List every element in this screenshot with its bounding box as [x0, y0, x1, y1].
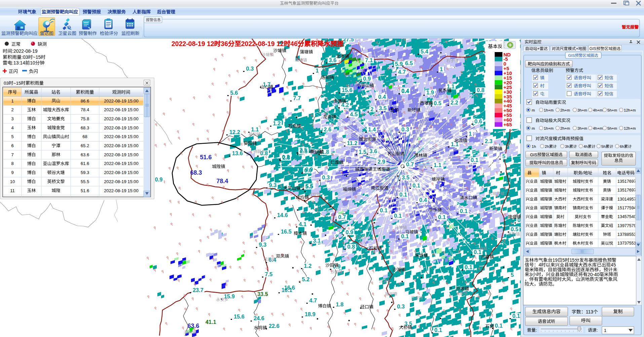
svg-text:6.5: 6.5: [405, 60, 413, 66]
svg-text:0.5: 0.5: [511, 226, 519, 232]
svg-text:2022-08-19 15:00: 2022-08-19 15:00: [104, 98, 139, 103]
svg-text:4: 4: [11, 125, 13, 130]
svg-text:2022-08-19 12: 2022-08-19 12: [241, 40, 284, 47]
svg-text:2.8: 2.8: [282, 155, 290, 161]
svg-text:45: 45: [611, 262, 616, 267]
svg-text:1.1: 1.1: [451, 141, 459, 147]
svg-text:2022-08-19 15:00: 2022-08-19 15:00: [104, 188, 139, 193]
svg-text:1: 1: [315, 68, 318, 74]
svg-text:2.9: 2.9: [378, 159, 385, 165]
svg-text:2h+m: 2h+m: [560, 126, 570, 130]
svg-text:2h: 2h: [545, 144, 549, 149]
svg-text:22.6: 22.6: [269, 323, 279, 329]
svg-text::13:14: :13:14: [12, 60, 25, 66]
svg-text:15.6: 15.6: [342, 87, 352, 93]
svg-text:2022-08-19 15:00: 2022-08-19 15:00: [104, 161, 139, 166]
svg-text:5: 5: [510, 272, 514, 278]
svg-text:36: 36: [221, 40, 228, 47]
svg-text:GIS: GIS: [530, 153, 537, 157]
svg-text:55.5: 55.5: [81, 179, 89, 184]
svg-text:3h+m: 3h+m: [577, 126, 587, 130]
svg-text:7.7: 7.7: [293, 95, 301, 101]
svg-text:2022-08-19 15:00: 2022-08-19 15:00: [104, 170, 139, 175]
svg-text:3.5: 3.5: [402, 174, 410, 180]
svg-text:5: 5: [502, 153, 505, 159]
svg-text:0.3: 0.3: [322, 174, 330, 180]
svg-text:3.6: 3.6: [329, 57, 337, 63]
svg-text:4.5: 4.5: [350, 111, 358, 117]
svg-text:0.4: 0.4: [419, 197, 427, 203]
svg-text:4.7: 4.7: [309, 297, 317, 303]
svg-text:5.5: 5.5: [306, 183, 313, 189]
svg-text:11: 11: [10, 188, 15, 193]
svg-text:m: m: [532, 108, 535, 112]
svg-text:GIS: GIS: [590, 46, 597, 51]
svg-text:0.1: 0.1: [465, 264, 472, 270]
svg-text:12.2: 12.2: [229, 129, 240, 135]
svg-text:7.5: 7.5: [265, 271, 273, 277]
svg-text:1h: 1h: [532, 144, 536, 149]
svg-text:75.8: 75.8: [81, 116, 89, 121]
svg-text:12h+m: 12h+m: [624, 108, 636, 112]
svg-text:16.5: 16.5: [281, 228, 292, 235]
svg-text:+65: +65: [503, 122, 512, 127]
svg-text:3.6: 3.6: [370, 148, 377, 154]
svg-text:2022-08-19 15:00: 2022-08-19 15:00: [104, 116, 139, 121]
svg-text:0.1: 0.1: [434, 327, 442, 333]
svg-text:78.4: 78.4: [216, 178, 228, 184]
svg-text:3: 3: [11, 116, 13, 121]
svg-text:10: 10: [10, 179, 15, 184]
svg-text:12h+m: 12h+m: [624, 126, 636, 130]
svg-text:0.1: 0.1: [401, 233, 409, 239]
svg-text:68.3: 68.3: [190, 169, 202, 176]
svg-text:5: 5: [562, 258, 565, 263]
svg-text:5: 5: [11, 134, 13, 139]
svg-text:1.2: 1.2: [273, 120, 281, 126]
svg-text:20-40: 20-40: [588, 272, 600, 277]
svg-text:51.6: 51.6: [200, 154, 212, 161]
svg-text:0.1: 0.1: [460, 208, 468, 214]
svg-text:/: /: [582, 170, 584, 175]
svg-text:0.9: 0.9: [346, 229, 353, 235]
svg-text:0.1: 0.1: [495, 323, 503, 329]
svg-text:4h+m: 4h+m: [593, 126, 603, 130]
svg-text:4.1: 4.1: [299, 221, 307, 227]
svg-text:0.8: 0.8: [347, 244, 355, 250]
svg-text:0.4: 0.4: [378, 94, 386, 100]
svg-text:0.7: 0.7: [338, 214, 346, 220]
svg-text:0.8: 0.8: [260, 150, 268, 156]
svg-text:0.4: 0.4: [402, 88, 410, 94]
svg-text:0.3: 0.3: [402, 126, 409, 132]
svg-text:9.3: 9.3: [269, 182, 277, 188]
svg-text:0.8: 0.8: [477, 87, 485, 93]
svg-text:0.1: 0.1: [471, 157, 479, 163]
svg-text:14.6: 14.6: [277, 212, 288, 218]
svg-text:3h+m: 3h+m: [577, 108, 587, 112]
svg-text:5h+m: 5h+m: [607, 108, 617, 112]
svg-text:0.1: 0.1: [513, 313, 520, 319]
svg-text:0.9: 0.9: [304, 167, 312, 173]
svg-text:4.2: 4.2: [341, 102, 349, 108]
svg-text:24.6: 24.6: [254, 315, 264, 321]
svg-text:5.4: 5.4: [421, 48, 429, 54]
svg-text:23.7: 23.7: [193, 287, 203, 293]
svg-text:0.1: 0.1: [413, 182, 420, 188]
svg-text:1: 1: [468, 131, 471, 137]
svg-text:63.6: 63.6: [187, 323, 199, 329]
svg-text:3: 3: [529, 272, 532, 277]
svg-text:2022-08-19 15:00: 2022-08-19 15:00: [104, 107, 139, 112]
svg-text:59.3: 59.3: [81, 170, 89, 175]
svg-text:1: 1: [440, 66, 443, 72]
svg-text:113: 113: [586, 309, 594, 314]
svg-text:11.2: 11.2: [347, 140, 357, 146]
svg-text:1.2: 1.2: [304, 263, 312, 269]
svg-text:15: 15: [569, 258, 575, 263]
svg-text:2022-08-19 12: 2022-08-19 12: [172, 40, 214, 47]
svg-text:0.1: 0.1: [474, 249, 482, 255]
svg-text:2: 2: [11, 107, 13, 112]
svg-text:68: 68: [82, 134, 87, 139]
svg-text:0.9: 0.9: [363, 76, 371, 82]
svg-text:63.6: 63.6: [81, 152, 89, 157]
svg-text:9.3: 9.3: [259, 242, 267, 248]
svg-text:0.1: 0.1: [400, 192, 407, 198]
